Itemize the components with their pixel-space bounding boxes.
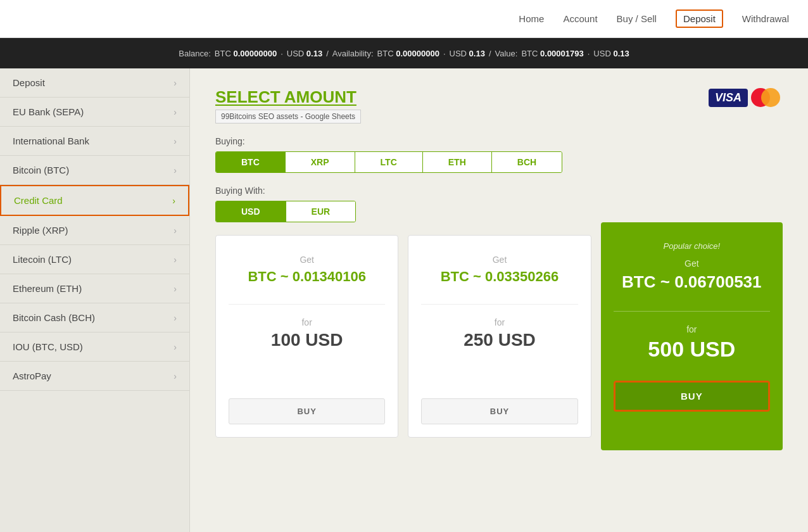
tab-xrp[interactable]: XRP	[286, 152, 355, 172]
sidebar-item-eu-bank[interactable]: EU Bank (SEPA) ›	[0, 98, 189, 127]
section-header: SELECT AMOUNT 99Bitcoins SEO assets - Go…	[215, 87, 783, 124]
btc-amount-3: BTC ~ 0.06700531	[622, 272, 761, 292]
avail-btc: BTC 0.00000000	[377, 49, 439, 58]
for-label-2: for	[495, 317, 505, 327]
main-layout: Deposit › EU Bank (SEPA) › International…	[0, 68, 808, 532]
title-area: SELECT AMOUNT 99Bitcoins SEO assets - Go…	[215, 87, 361, 124]
for-label-1: for	[301, 317, 312, 327]
chevron-icon: ›	[174, 78, 177, 88]
popular-label: Popular choice!	[664, 241, 721, 251]
tab-bch[interactable]: BCH	[492, 152, 562, 172]
chevron-icon: ›	[174, 255, 177, 265]
nav-deposit[interactable]: Deposit	[676, 10, 723, 28]
sidebar-item-astropay[interactable]: AstroPay ›	[0, 362, 189, 391]
usd-amount-1: 100 USD	[271, 330, 343, 350]
value-label: Value:	[495, 49, 518, 58]
chevron-icon: ›	[172, 196, 175, 206]
usd-amount-2: 250 USD	[464, 330, 536, 350]
btc-amount-1: BTC ~ 0.01340106	[248, 269, 366, 285]
balance-label: Balance:	[179, 49, 211, 58]
price-card-100: Get BTC ~ 0.01340106 for 100 USD BUY	[215, 235, 398, 438]
sidebar-item-ripple[interactable]: Ripple (XRP) ›	[0, 216, 189, 245]
buy-button-3[interactable]: BUY	[614, 381, 770, 412]
tab-btc[interactable]: BTC	[216, 152, 286, 172]
avail-usd: USD 0.13	[450, 49, 485, 58]
chevron-icon: ›	[174, 284, 177, 294]
top-nav: Home Account Buy / Sell Deposit Withdraw…	[0, 0, 808, 38]
buying-with-label: Buying With:	[215, 186, 783, 196]
sidebar-item-iou[interactable]: IOU (BTC, USD) ›	[0, 332, 189, 362]
tab-eth[interactable]: ETH	[423, 152, 492, 172]
btc-amount-2: BTC ~ 0.03350266	[441, 269, 559, 285]
for-label-3: for	[686, 324, 697, 334]
divider-1	[229, 304, 385, 305]
sidebar-item-litecoin[interactable]: Litecoin (LTC) ›	[0, 245, 189, 274]
sidebar-item-ethereum[interactable]: Ethereum (ETH) ›	[0, 274, 189, 303]
mc-circle-orange	[761, 88, 780, 107]
content-area: SELECT AMOUNT 99Bitcoins SEO assets - Go…	[190, 68, 808, 532]
sidebar-item-bitcoin-cash[interactable]: Bitcoin Cash (BCH) ›	[0, 303, 189, 332]
balance-bar: Balance: BTC 0.00000000 · USD 0.13 / Ava…	[0, 38, 808, 68]
buy-button-2[interactable]: BUY	[421, 398, 578, 424]
buying-label: Buying:	[215, 136, 783, 146]
nav-buy-sell[interactable]: Buy / Sell	[617, 13, 657, 24]
nav-account[interactable]: Account	[563, 13, 597, 24]
sidebar: Deposit › EU Bank (SEPA) › International…	[0, 68, 190, 532]
price-card-250: Get BTC ~ 0.03350266 for 250 USD BUY	[408, 235, 591, 438]
get-label-1: Get	[300, 255, 314, 265]
price-card-500-popular: Popular choice! Get BTC ~ 0.06700531 for…	[601, 222, 783, 450]
chevron-icon: ›	[174, 313, 177, 323]
visa-logo: VISA	[709, 89, 748, 107]
sidebar-item-bitcoin[interactable]: Bitcoin (BTC) ›	[0, 156, 189, 185]
chevron-icon: ›	[174, 107, 177, 117]
tab-usd[interactable]: USD	[216, 201, 286, 222]
divider-2	[421, 304, 578, 305]
chevron-icon: ›	[174, 136, 177, 146]
tab-ltc[interactable]: LTC	[355, 152, 423, 172]
buy-button-1[interactable]: BUY	[229, 398, 385, 424]
mastercard-logo	[751, 87, 783, 108]
buying-tab-group: BTC XRP LTC ETH BCH	[215, 151, 562, 173]
value-btc: BTC 0.00001793	[521, 49, 583, 58]
value-usd: USD 0.13	[593, 49, 629, 58]
get-label-2: Get	[493, 255, 507, 265]
sidebar-item-credit-card[interactable]: Credit Card ›	[0, 185, 189, 216]
tab-eur[interactable]: EUR	[286, 201, 356, 222]
availability-label: Availability:	[332, 49, 374, 58]
get-label-3: Get	[685, 258, 699, 269]
nav-withdrawal[interactable]: Withdrawal	[742, 13, 789, 24]
sidebar-item-deposit[interactable]: Deposit ›	[0, 68, 189, 98]
tooltip-label: 99Bitcoins SEO assets - Google Sheets	[215, 110, 361, 124]
payment-logos: VISA	[709, 87, 783, 108]
balance-currency: BTC 0.00000000	[215, 49, 277, 58]
chevron-icon: ›	[174, 165, 177, 175]
chevron-icon: ›	[174, 225, 177, 236]
price-cards: Get BTC ~ 0.01340106 for 100 USD BUY Get…	[215, 235, 783, 450]
usd-amount-3: 500 USD	[648, 337, 735, 362]
sidebar-item-intl-bank[interactable]: International Bank ›	[0, 127, 189, 156]
page-title: SELECT AMOUNT	[215, 87, 361, 107]
chevron-icon: ›	[174, 342, 177, 352]
currency-tab-group: USD EUR	[215, 201, 356, 222]
divider-3	[614, 311, 770, 312]
chevron-icon: ›	[174, 371, 177, 381]
balance-usd: USD 0.13	[287, 49, 322, 58]
nav-home[interactable]: Home	[519, 13, 544, 24]
